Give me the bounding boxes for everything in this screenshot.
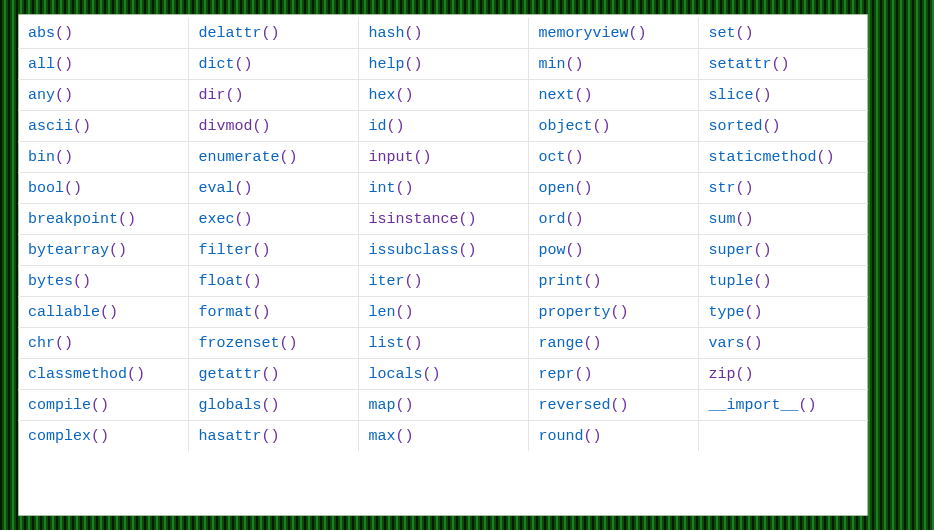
- function-name: sorted: [709, 118, 763, 135]
- function-cell: eval(): [188, 173, 358, 204]
- function-link-eval[interactable]: eval(): [199, 180, 253, 197]
- function-link-complex[interactable]: complex(): [28, 428, 109, 445]
- function-link-zip[interactable]: zip(): [709, 366, 754, 383]
- function-link-set[interactable]: set(): [709, 25, 754, 42]
- function-cell: enumerate(): [188, 142, 358, 173]
- paren: (): [754, 273, 772, 290]
- function-link-int[interactable]: int(): [369, 180, 414, 197]
- function-link-min[interactable]: min(): [539, 56, 584, 73]
- function-link-hasattr[interactable]: hasattr(): [199, 428, 280, 445]
- function-cell: repr(): [528, 359, 698, 390]
- function-link-vars[interactable]: vars(): [709, 335, 763, 352]
- function-link-frozenset[interactable]: frozenset(): [199, 335, 298, 352]
- function-name: tuple: [709, 273, 754, 290]
- table-row: bin()enumerate()input()oct()staticmethod…: [18, 142, 868, 173]
- function-link-iter[interactable]: iter(): [369, 273, 423, 290]
- function-link-classmethod[interactable]: classmethod(): [28, 366, 145, 383]
- function-link-compile[interactable]: compile(): [28, 397, 109, 414]
- function-name: format: [199, 304, 253, 321]
- function-link-slice[interactable]: slice(): [709, 87, 772, 104]
- function-link-format[interactable]: format(): [199, 304, 271, 321]
- function-link-object[interactable]: object(): [539, 118, 611, 135]
- function-link-isinstance[interactable]: isinstance(): [369, 211, 477, 228]
- function-link-memoryview[interactable]: memoryview(): [539, 25, 647, 42]
- function-cell: isinstance(): [358, 204, 528, 235]
- function-link-divmod[interactable]: divmod(): [199, 118, 271, 135]
- function-link-print[interactable]: print(): [539, 273, 602, 290]
- function-cell: callable(): [18, 297, 188, 328]
- function-link-enumerate[interactable]: enumerate(): [199, 149, 298, 166]
- function-cell: delattr(): [188, 18, 358, 49]
- function-name: str: [709, 180, 736, 197]
- function-link-open[interactable]: open(): [539, 180, 593, 197]
- paren: (): [280, 335, 298, 352]
- function-link-oct[interactable]: oct(): [539, 149, 584, 166]
- function-link-str[interactable]: str(): [709, 180, 754, 197]
- paren: (): [405, 56, 423, 73]
- function-link-all[interactable]: all(): [28, 56, 73, 73]
- function-link-bytearray[interactable]: bytearray(): [28, 242, 127, 259]
- function-link-ord[interactable]: ord(): [539, 211, 584, 228]
- function-link-breakpoint[interactable]: breakpoint(): [28, 211, 136, 228]
- function-link-input[interactable]: input(): [369, 149, 432, 166]
- function-link-staticmethod[interactable]: staticmethod(): [709, 149, 835, 166]
- function-link-help[interactable]: help(): [369, 56, 423, 73]
- function-link-float[interactable]: float(): [199, 273, 262, 290]
- function-link-any[interactable]: any(): [28, 87, 73, 104]
- function-link-setattr[interactable]: setattr(): [709, 56, 790, 73]
- function-link-locals[interactable]: locals(): [369, 366, 441, 383]
- paren: (): [575, 87, 593, 104]
- function-link-id[interactable]: id(): [369, 118, 405, 135]
- paren: (): [736, 211, 754, 228]
- function-link-max[interactable]: max(): [369, 428, 414, 445]
- function-link-hex[interactable]: hex(): [369, 87, 414, 104]
- function-cell: str(): [698, 173, 868, 204]
- function-link-sorted[interactable]: sorted(): [709, 118, 781, 135]
- function-link-exec[interactable]: exec(): [199, 211, 253, 228]
- function-name: hash: [369, 25, 405, 42]
- function-link-range[interactable]: range(): [539, 335, 602, 352]
- function-link-sum[interactable]: sum(): [709, 211, 754, 228]
- function-link-bin[interactable]: bin(): [28, 149, 73, 166]
- function-link-reversed[interactable]: reversed(): [539, 397, 629, 414]
- function-link-chr[interactable]: chr(): [28, 335, 73, 352]
- function-link-callable[interactable]: callable(): [28, 304, 118, 321]
- paren: (): [799, 397, 817, 414]
- function-name: all: [28, 56, 55, 73]
- function-link-bool[interactable]: bool(): [28, 180, 82, 197]
- function-link-property[interactable]: property(): [539, 304, 629, 321]
- function-link-filter[interactable]: filter(): [199, 242, 271, 259]
- function-link-hash[interactable]: hash(): [369, 25, 423, 42]
- function-link-map[interactable]: map(): [369, 397, 414, 414]
- function-name: globals: [199, 397, 262, 414]
- function-link-type[interactable]: type(): [709, 304, 763, 321]
- function-link-super[interactable]: super(): [709, 242, 772, 259]
- function-link-next[interactable]: next(): [539, 87, 593, 104]
- function-link-repr[interactable]: repr(): [539, 366, 593, 383]
- function-link-round[interactable]: round(): [539, 428, 602, 445]
- function-link-getattr[interactable]: getattr(): [199, 366, 280, 383]
- function-link-delattr[interactable]: delattr(): [199, 25, 280, 42]
- function-cell: zip(): [698, 359, 868, 390]
- function-cell: vars(): [698, 328, 868, 359]
- function-link-dir[interactable]: dir(): [199, 87, 244, 104]
- function-cell: super(): [698, 235, 868, 266]
- function-link-abs[interactable]: abs(): [28, 25, 73, 42]
- function-name: exec: [199, 211, 235, 228]
- function-cell: complex(): [18, 421, 188, 452]
- function-link-ascii[interactable]: ascii(): [28, 118, 91, 135]
- function-link-globals[interactable]: globals(): [199, 397, 280, 414]
- function-link-tuple[interactable]: tuple(): [709, 273, 772, 290]
- function-link-bytes[interactable]: bytes(): [28, 273, 91, 290]
- function-name: int: [369, 180, 396, 197]
- function-cell: help(): [358, 49, 528, 80]
- table-row: bytearray()filter()issubclass()pow()supe…: [18, 235, 868, 266]
- function-cell: divmod(): [188, 111, 358, 142]
- paren: (): [262, 366, 280, 383]
- function-link-pow[interactable]: pow(): [539, 242, 584, 259]
- function-link-issubclass[interactable]: issubclass(): [369, 242, 477, 259]
- function-link-__import__[interactable]: __import__(): [709, 397, 817, 414]
- function-link-len[interactable]: len(): [369, 304, 414, 321]
- function-link-list[interactable]: list(): [369, 335, 423, 352]
- function-link-dict[interactable]: dict(): [199, 56, 253, 73]
